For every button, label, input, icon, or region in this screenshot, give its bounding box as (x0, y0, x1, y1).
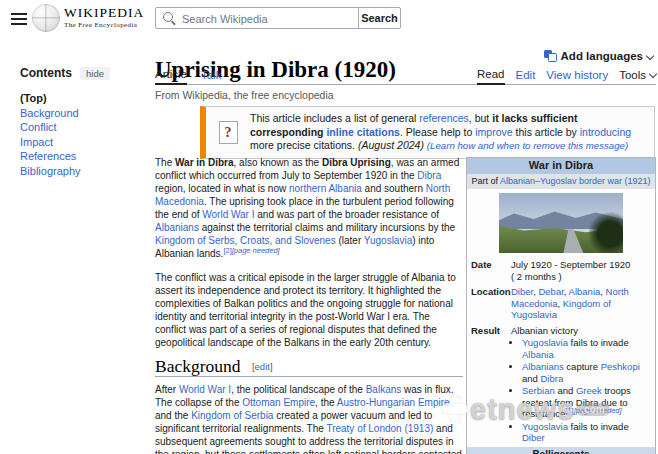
text-link[interactable]: Ottoman Empire (242, 397, 315, 408)
text-span: capture (564, 361, 601, 372)
date-label: Date (471, 259, 511, 282)
text-link[interactable]: World War I (202, 209, 254, 220)
text-link[interactable]: World War I (179, 384, 231, 395)
text-link[interactable]: Treaty of London (1913) (326, 423, 433, 434)
search-input[interactable] (180, 9, 356, 29)
sidebar-item-impact[interactable]: Impact (20, 135, 146, 150)
wikipedia-globe-icon[interactable] (32, 4, 60, 32)
text-span: this article by (513, 126, 580, 138)
text-span: and (522, 373, 541, 384)
search-button[interactable]: Search (358, 7, 401, 29)
text-link[interactable]: Debar (538, 286, 563, 297)
site-tagline: From Wikipedia, the free encyclopedia (155, 89, 334, 101)
contents-title: Contents (20, 66, 72, 80)
text-span: and (555, 385, 576, 396)
tab-talk[interactable]: Talk (201, 69, 221, 84)
text-link[interactable]: introducing (580, 126, 631, 138)
sidebar-item-background[interactable]: Background (20, 106, 146, 121)
text-link[interactable]: Yugoslavia (522, 421, 568, 432)
text-link[interactable]: Kingdom of Serbs, Croats, and Slovenes (155, 235, 336, 246)
text-link[interactable]: Diber (522, 432, 545, 443)
tab-tools[interactable]: Tools (619, 69, 656, 84)
infobox-title: War in Dibra (467, 158, 655, 174)
text-link[interactable]: northern Albania (289, 183, 362, 194)
text-span: Part of (471, 176, 500, 186)
chevron-down-icon (649, 70, 657, 78)
text-span: region, located in what is now (155, 183, 289, 194)
text-link[interactable]: Diber (511, 286, 533, 297)
text-link[interactable]: Greek (576, 385, 602, 396)
photo-bush (589, 211, 623, 253)
wordmark-subtitle: The Free Encyclopedia (64, 22, 144, 29)
text-span: and was part of the broader resistance o… (255, 209, 440, 220)
text-link[interactable]: Austro-Hungarian Empire (337, 397, 450, 408)
infobox-row-result: Result Albanian victory Yugoslavia fails… (467, 323, 655, 447)
text-link[interactable]: Albania (522, 349, 554, 360)
text-span: After (155, 384, 179, 395)
text-link[interactable]: (Learn how and when to remove this messa… (427, 140, 628, 151)
text-link[interactable]: Albanians (155, 222, 199, 233)
belligerents-header: Belligerents (467, 447, 655, 454)
text-link[interactable]: Balkans (366, 384, 402, 395)
text-link[interactable]: [page needed] (574, 406, 622, 415)
result-bullet: Yugoslavia fails to invade Diber (522, 421, 651, 444)
language-icon (544, 50, 557, 62)
edit-section-link[interactable]: [edit] (252, 361, 273, 372)
notice-text: This article includes a list of general … (250, 112, 646, 153)
result-bullet: Yugoslavia fails to invade Albania (522, 337, 651, 360)
paragraph-lead-1: The War in Dibra, also known as the Dibr… (155, 156, 463, 260)
hamburger-menu-icon[interactable] (9, 10, 29, 28)
text-span: Albanian victory (511, 325, 578, 336)
sidebar-item-top[interactable]: (Top) (20, 91, 146, 106)
search-icon (163, 12, 173, 22)
text-span: fails to invade (568, 337, 629, 348)
text-link[interactable]: Dibra (417, 170, 441, 181)
add-languages-button[interactable]: Add languages (544, 50, 653, 62)
sidebar-item-references[interactable]: References (20, 149, 146, 164)
text-link[interactable]: Albanians (522, 361, 564, 372)
text-link[interactable]: improve (475, 126, 512, 138)
text-link[interactable]: Albanian–Yugoslav border war (1921) (500, 176, 651, 186)
text-link[interactable]: Kingdom of Serbia (191, 410, 273, 421)
text-span: . Please help to (400, 126, 475, 138)
text-link[interactable]: Serbian (522, 385, 555, 396)
tab-read[interactable]: Read (477, 68, 505, 85)
text-link[interactable]: [1] (565, 406, 573, 415)
text-span: ( 2 months ) (511, 271, 562, 282)
text-link[interactable]: references (419, 112, 469, 124)
infobox-partof: Part of Albanian–Yugoslav border war (19… (467, 174, 655, 190)
tab-view-history[interactable]: View history (546, 69, 608, 84)
text-span: The conflict was a critical episode in t… (155, 272, 456, 348)
search-box[interactable] (155, 7, 359, 29)
infobox-photo[interactable] (499, 193, 623, 253)
text-link[interactable]: [2] (223, 246, 231, 255)
text-span: , also known as the (234, 157, 322, 168)
infobox-row-location: Location Diber, Debar, Albania, North Ma… (467, 284, 655, 323)
tab-article[interactable]: Article (155, 68, 187, 85)
sidebar-item-conflict[interactable]: Conflict (20, 120, 146, 135)
citation-notice-box: ? This article includes a list of genera… (200, 106, 655, 159)
text-span: and southern (362, 183, 426, 194)
tab-edit[interactable]: Edit (516, 69, 536, 84)
text-link[interactable]: inline citations (326, 126, 400, 138)
sidebar-item-bibliography[interactable]: Bibliography (20, 164, 146, 179)
text-link[interactable]: Dibra (541, 373, 564, 384)
text-span: War in Dibra (175, 157, 234, 168)
text-link[interactable]: Yugoslavia (364, 235, 412, 246)
text-link[interactable]: Yugoslavia (522, 337, 568, 348)
text-link[interactable]: edit (255, 361, 270, 372)
contents-hide-button[interactable]: hide (80, 67, 110, 80)
add-languages-label: Add languages (561, 50, 643, 62)
result-bullet: Serbian and Greek troops reateat from Di… (522, 385, 651, 420)
text-span: This article includes a list of general (250, 112, 419, 124)
text-span: July 1920 - September 1920 (511, 259, 630, 270)
wikipedia-wordmark[interactable]: WIKIPEDIA The Free Encyclopedia (64, 6, 144, 29)
result-label: Result (471, 325, 511, 445)
result-value: Albanian victory Yugoslavia fails to inv… (511, 325, 651, 445)
text-link[interactable]: [page needed] (232, 246, 280, 255)
text-span: ] (270, 361, 273, 372)
text-span: (later (336, 235, 364, 246)
contents-sidebar: Contents hide (Top) Background Conflict … (20, 66, 146, 178)
text-link[interactable]: Albania (569, 286, 601, 297)
text-link[interactable]: Peshkopi (601, 361, 640, 372)
